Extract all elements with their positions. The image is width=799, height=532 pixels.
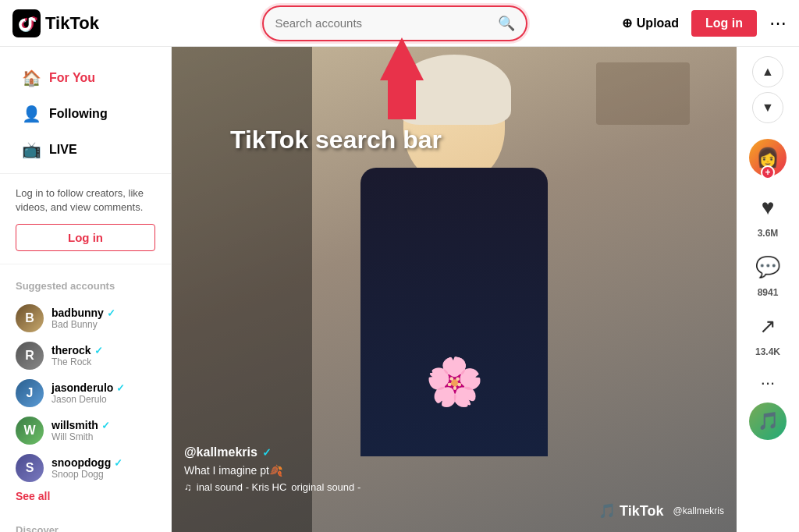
comments-count: 8941 <box>758 287 779 298</box>
displayname-therock: The Rock <box>51 356 155 367</box>
shares-count: 13.4K <box>755 346 780 357</box>
nav-arrows: ▲ ▼ <box>752 56 783 123</box>
tiktok-watermark: 🎵 TikTok @kallmekris <box>598 502 724 520</box>
home-icon: 🏠 <box>22 69 41 87</box>
logo-area: TikTok <box>12 9 169 37</box>
discover-section: Discover # mlkday <box>0 515 171 532</box>
account-item-willsmith[interactable]: W willsmith ✓ Will Smith <box>16 412 155 449</box>
tiktok-logo-icon <box>12 9 41 37</box>
account-info-jasonderulo: jasonderulo ✓ Jason Derulo <box>51 381 155 405</box>
header: TikTok 🔍 ⊕ Upload Log in ⋯ <box>0 0 799 47</box>
header-right: ⊕ Upload Log in ⋯ <box>622 10 787 37</box>
music-note-icon: ♫ <box>184 481 192 493</box>
account-info-willsmith: willsmith ✓ Will Smith <box>51 419 155 442</box>
avatar-willsmith: W <box>16 417 44 445</box>
account-item-therock[interactable]: R therock ✓ The Rock <box>16 337 155 374</box>
room-object <box>596 62 690 125</box>
sidebar-item-following[interactable]: 👤 Following <box>6 97 165 131</box>
share-action[interactable]: ↗ 13.4K <box>749 307 787 357</box>
search-box: 🔍 <box>262 5 527 41</box>
displayname-willsmith: Will Smith <box>51 431 155 442</box>
following-label: Following <box>49 107 108 121</box>
sidebar-login-button[interactable]: Log in <box>16 224 155 251</box>
share-icon: ↗ <box>749 307 787 345</box>
verified-icon-snoopdogg: ✓ <box>114 457 123 469</box>
verified-icon-badbunny: ✓ <box>107 307 115 319</box>
svg-rect-0 <box>12 9 41 37</box>
content-area: 🌸 @kallmekris ✓ What I imagine pt🍂 ♫ ina… <box>172 47 799 532</box>
watermark-handle: @kallmekris <box>673 505 724 516</box>
upload-icon: ⊕ <box>622 16 632 30</box>
person-head <box>403 62 505 183</box>
follow-plus-badge: + <box>761 165 775 179</box>
person-hair <box>397 55 511 125</box>
for-you-label: For You <box>49 71 95 85</box>
avatar-snoopdogg: S <box>16 454 44 482</box>
video-section[interactable]: 🌸 @kallmekris ✓ What I imagine pt🍂 ♫ ina… <box>172 47 737 532</box>
video-caption: What I imagine pt🍂 <box>184 464 360 477</box>
watermark-logo: 🎵 TikTok <box>598 502 663 520</box>
sidebar-item-live[interactable]: 📺 LIVE <box>6 133 165 167</box>
account-info-therock: therock ✓ The Rock <box>51 344 155 367</box>
comment-action[interactable]: 💬 8941 <box>749 248 787 298</box>
suggested-accounts-title: Suggested accounts <box>16 280 155 292</box>
live-label: LIVE <box>49 143 77 157</box>
action-sidebar: ▲ ▼ 👩 + ♥ 3.6M 💬 8941 ↗ 13.4K <box>737 47 799 532</box>
video-username: @kallmekris ✓ <box>184 445 360 459</box>
live-icon: 📺 <box>22 140 41 159</box>
search-icon[interactable]: 🔍 <box>498 15 515 32</box>
account-item-snoopdogg[interactable]: S snoopdogg ✓ Snoop Dogg <box>16 449 155 487</box>
upload-label: Upload <box>637 16 679 30</box>
scroll-down-button[interactable]: ▼ <box>752 92 783 123</box>
verified-icon-therock: ✓ <box>94 345 103 356</box>
account-info-snoopdogg: snoopdogg ✓ Snoop Dogg <box>51 456 155 480</box>
login-section: Log in to follow creators, like videos, … <box>0 173 171 264</box>
displayname-badbunny: Bad Bunny <box>51 319 155 330</box>
sidebar: 🏠 For You 👤 Following 📺 LIVE Log in to f… <box>0 47 172 532</box>
shirt-design: 🌸 <box>425 354 484 410</box>
avatar-therock: R <box>16 342 44 370</box>
scroll-up-button[interactable]: ▲ <box>752 56 783 87</box>
avatar-badbunny: B <box>16 304 44 332</box>
suggested-accounts-section: Suggested accounts B badbunny ✓ Bad Bunn… <box>0 271 171 515</box>
video-user-info: @kallmekris ✓ What I imagine pt🍂 ♫ inal … <box>184 445 360 493</box>
username-therock: therock ✓ <box>51 344 155 356</box>
login-button[interactable]: Log in <box>691 10 757 37</box>
verified-icon-jasonderulo: ✓ <box>116 382 125 394</box>
see-all-link[interactable]: See all <box>16 487 155 509</box>
avatar-jasonderulo: J <box>16 379 44 407</box>
like-action[interactable]: ♥ 3.6M <box>749 189 787 239</box>
following-icon: 👤 <box>22 105 41 123</box>
main-nav: 🏠 For You 👤 Following 📺 LIVE <box>0 61 171 167</box>
likes-count: 3.6M <box>758 228 779 239</box>
search-input[interactable] <box>275 16 498 30</box>
displayname-jasonderulo: Jason Derulo <box>51 394 155 405</box>
username-jasonderulo: jasonderulo ✓ <box>51 381 155 394</box>
login-prompt-text: Log in to follow creators, like videos, … <box>16 186 155 215</box>
logo-text: TikTok <box>45 13 99 34</box>
main-layout: 🏠 For You 👤 Following 📺 LIVE Log in to f… <box>0 47 799 532</box>
account-item-badbunny[interactable]: B badbunny ✓ Bad Bunny <box>16 300 155 337</box>
username-willsmith: willsmith ✓ <box>51 419 155 431</box>
username-badbunny: badbunny ✓ <box>51 307 155 319</box>
creator-avatar: 👩 + <box>749 139 787 176</box>
displayname-snoopdogg: Snoop Dogg <box>51 469 155 480</box>
heart-icon: ♥ <box>749 189 787 226</box>
verified-icon-willsmith: ✓ <box>101 420 110 431</box>
person-body: 🌸 <box>360 168 548 456</box>
account-item-jasonderulo[interactable]: J jasonderulo ✓ Jason Derulo <box>16 374 155 412</box>
record-avatar[interactable]: 🎵 <box>749 403 787 440</box>
video-sound: ♫ inal sound - Kris HC original sound - <box>184 481 360 493</box>
sidebar-item-for-you[interactable]: 🏠 For You <box>6 61 165 95</box>
discover-title: Discover <box>16 524 155 532</box>
more-options-button[interactable]: ⋯ <box>769 13 787 34</box>
account-info-badbunny: badbunny ✓ Bad Bunny <box>51 307 155 330</box>
creator-avatar-action[interactable]: 👩 + <box>749 139 787 179</box>
comment-icon: 💬 <box>749 248 787 286</box>
upload-button[interactable]: ⊕ Upload <box>622 16 679 30</box>
video-verified-icon: ✓ <box>262 446 272 459</box>
username-snoopdogg: snoopdogg ✓ <box>51 456 155 469</box>
search-container: 🔍 <box>169 5 622 41</box>
more-actions-button[interactable]: ··· <box>761 373 775 393</box>
